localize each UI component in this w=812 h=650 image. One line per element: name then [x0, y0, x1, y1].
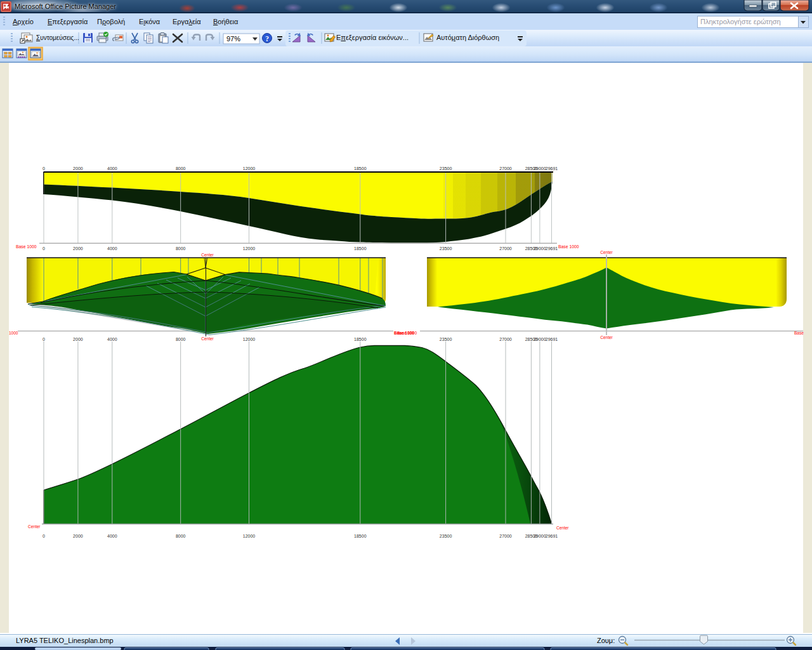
svg-text:29691: 29691	[546, 166, 558, 171]
svg-text:2000: 2000	[73, 534, 83, 538]
svg-text:12000: 12000	[243, 166, 256, 171]
svg-text:23500: 23500	[440, 246, 452, 251]
svg-text:27000: 27000	[499, 337, 512, 342]
svg-text:2000: 2000	[73, 246, 83, 251]
svg-text:Base 1000: Base 1000	[397, 331, 417, 335]
svg-text:4000: 4000	[107, 166, 117, 171]
svg-text:Center: Center	[28, 524, 41, 529]
svg-text:Center: Center	[201, 253, 214, 257]
svg-text:29000: 29000	[534, 337, 546, 342]
svg-text:Center: Center	[600, 335, 613, 340]
svg-text:12000: 12000	[243, 246, 256, 251]
svg-text:29000: 29000	[534, 166, 546, 171]
svg-text:29691: 29691	[546, 534, 558, 538]
svg-text:23500: 23500	[440, 166, 452, 171]
svg-text:0: 0	[43, 534, 45, 538]
svg-text:27000: 27000	[499, 246, 512, 251]
svg-text:29691: 29691	[546, 337, 558, 342]
svg-text:?: ?	[265, 35, 269, 43]
svg-text:29691: 29691	[546, 246, 558, 251]
svg-text:4000: 4000	[107, 246, 117, 251]
svg-text:Base 1000: Base 1000	[558, 244, 579, 249]
svg-text:0: 0	[43, 337, 45, 342]
svg-text:Base 1000: Base 1000	[16, 244, 37, 249]
svg-text:23500: 23500	[440, 337, 452, 342]
svg-text:8000: 8000	[176, 534, 186, 538]
svg-text:0: 0	[43, 166, 45, 171]
svg-text:2000: 2000	[73, 166, 83, 171]
svg-text:27000: 27000	[499, 166, 512, 171]
svg-text:4000: 4000	[107, 337, 117, 342]
svg-text:18500: 18500	[354, 337, 367, 342]
svg-text:97%: 97%	[226, 35, 240, 43]
svg-text:Center: Center	[600, 250, 613, 255]
svg-text:18500: 18500	[354, 246, 367, 251]
svg-text:12000: 12000	[243, 337, 256, 342]
svg-text:27000: 27000	[499, 534, 512, 538]
svg-text:Base: Base	[794, 331, 804, 335]
svg-text:1000: 1000	[9, 331, 18, 335]
svg-text:8000: 8000	[176, 337, 186, 342]
svg-text:4000: 4000	[107, 534, 117, 538]
svg-text:23500: 23500	[440, 534, 452, 538]
svg-text:Center: Center	[201, 336, 214, 341]
svg-text:8000: 8000	[176, 246, 186, 251]
svg-text:18500: 18500	[354, 534, 367, 538]
svg-text:18500: 18500	[354, 166, 367, 171]
svg-text:8000: 8000	[176, 166, 186, 171]
svg-text:0: 0	[43, 246, 45, 251]
svg-text:29000: 29000	[534, 534, 546, 538]
svg-text:12000: 12000	[243, 534, 256, 538]
svg-text:2000: 2000	[73, 337, 83, 342]
svg-text:29000: 29000	[534, 246, 546, 251]
svg-text:Center: Center	[556, 526, 569, 530]
